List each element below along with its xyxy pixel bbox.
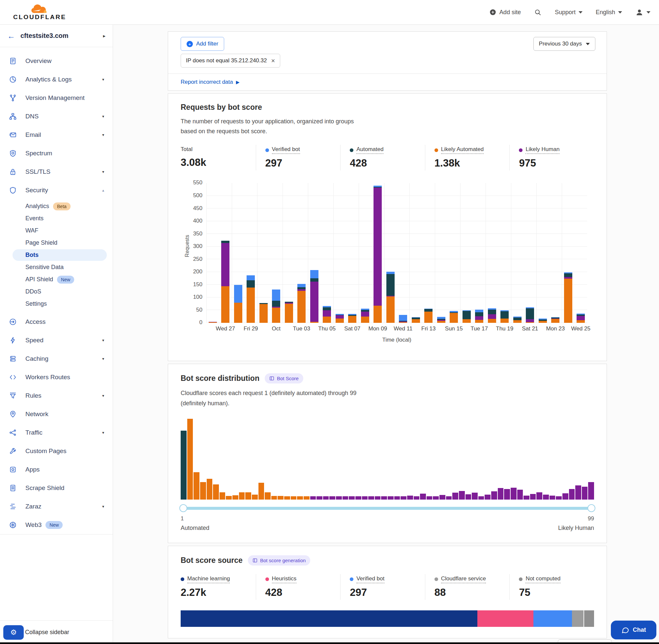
overview-icon bbox=[9, 58, 17, 65]
sidebar-item-security[interactable]: Security▴ bbox=[0, 181, 113, 200]
bar-group-24[interactable] bbox=[498, 183, 511, 323]
chevron-right-icon[interactable]: ▸ bbox=[103, 33, 105, 39]
bar-group-12[interactable] bbox=[346, 183, 359, 323]
sidebar-item-analytics[interactable]: AnalyticsBeta bbox=[0, 200, 113, 212]
stat-label[interactable]: Likely Automated bbox=[434, 146, 484, 154]
sidebar-item-access[interactable]: Access bbox=[0, 313, 113, 331]
stat-label[interactable]: Automated bbox=[350, 146, 383, 154]
collapse-sidebar-button[interactable]: Collapse sidebar bbox=[25, 629, 69, 636]
sidebar-item-ssl-tls[interactable]: SSL/TLS▾ bbox=[0, 163, 113, 181]
sidebar-item-zaraz[interactable]: Zaraz▾ bbox=[0, 497, 113, 516]
sidebar-item-sensitive-data[interactable]: Sensitive Data bbox=[0, 261, 113, 273]
sidebar-item-workers-routes[interactable]: Workers Routes bbox=[0, 368, 113, 387]
histogram-bar-likely-human bbox=[368, 496, 374, 500]
bar-segment-likely-automated bbox=[336, 319, 344, 323]
network-icon bbox=[9, 411, 17, 418]
bar-group-11[interactable] bbox=[333, 183, 346, 323]
slider-track[interactable] bbox=[181, 507, 594, 510]
stat-label[interactable]: Heuristics bbox=[265, 575, 297, 583]
bar-group-4[interactable] bbox=[244, 183, 257, 323]
add-site-button[interactable]: Add site bbox=[489, 8, 521, 16]
bar-group-6[interactable] bbox=[270, 183, 283, 323]
bar-group-30[interactable] bbox=[574, 183, 587, 323]
sidebar-item-dns[interactable]: DNS▾ bbox=[0, 107, 113, 125]
bar-group-21[interactable] bbox=[460, 183, 473, 323]
bar-group-8[interactable] bbox=[296, 183, 308, 323]
report-incorrect-data-link[interactable]: Report incorrect data ▶ bbox=[168, 73, 607, 90]
bar-group-10[interactable] bbox=[321, 183, 334, 323]
histogram-bar-likely-automated bbox=[219, 492, 226, 500]
sidebar-item-email[interactable]: Email▾ bbox=[0, 125, 113, 144]
bar-group-23[interactable] bbox=[486, 183, 498, 323]
stat-label[interactable]: Not computed bbox=[519, 575, 560, 583]
support-menu[interactable]: Support bbox=[555, 9, 583, 16]
search-button[interactable] bbox=[534, 8, 542, 16]
sidebar-item-settings[interactable]: Settings bbox=[0, 298, 113, 310]
sidebar-item-rules[interactable]: Rules▾ bbox=[0, 387, 113, 405]
sidebar-item-label: Settings bbox=[25, 300, 47, 307]
sidebar-item-bots[interactable]: Bots bbox=[0, 249, 113, 261]
close-icon[interactable]: × bbox=[271, 58, 275, 64]
x-tick: Wed 27 bbox=[213, 325, 238, 332]
bar-group-26[interactable] bbox=[524, 183, 537, 323]
stat-label[interactable]: Cloudflare service bbox=[434, 575, 486, 583]
back-arrow-icon[interactable]: ← bbox=[7, 31, 15, 41]
date-range-dropdown[interactable]: Previous 30 days bbox=[534, 37, 595, 51]
bar-group-14[interactable] bbox=[372, 183, 384, 323]
bar-group-18[interactable] bbox=[422, 183, 435, 323]
bar-group-19[interactable] bbox=[435, 183, 448, 323]
histogram-bar-likely-human bbox=[401, 496, 406, 500]
sidebar-item-custom-pages[interactable]: Custom Pages bbox=[0, 442, 113, 460]
stat-label[interactable]: Machine learning bbox=[181, 575, 230, 583]
bot-score-generation-badge[interactable]: Bot score generation bbox=[248, 555, 310, 566]
stat-label[interactable]: Verified bot bbox=[350, 575, 384, 583]
section-description: Cloudflare scores each request 1 (defini… bbox=[181, 388, 369, 408]
bar-group-17[interactable] bbox=[409, 183, 422, 323]
cloudflare-logo[interactable]: CLOUDFLARE bbox=[13, 4, 66, 21]
sidebar-item-network[interactable]: Network bbox=[0, 405, 113, 423]
chat-button[interactable]: Chat bbox=[611, 621, 656, 639]
sidebar-item-events[interactable]: Events bbox=[0, 212, 113, 225]
language-menu[interactable]: English bbox=[596, 9, 622, 16]
sidebar-item-web3[interactable]: Web3New bbox=[0, 516, 113, 534]
slider-handle-min[interactable] bbox=[179, 504, 187, 512]
sidebar-item-scrape-shield[interactable]: Scrape Shield bbox=[0, 479, 113, 497]
bar-segment-likely-human bbox=[475, 316, 483, 320]
bar-group-2[interactable] bbox=[219, 183, 232, 323]
bar-group-1[interactable] bbox=[206, 183, 219, 323]
bar-group-16[interactable] bbox=[397, 183, 410, 323]
stat-label[interactable]: Verified bot bbox=[265, 146, 300, 154]
bar-group-7[interactable] bbox=[283, 183, 296, 323]
sidebar-item-api-shield[interactable]: API ShieldNew bbox=[0, 273, 113, 285]
sidebar-item-overview[interactable]: Overview bbox=[0, 52, 113, 70]
stat-label[interactable]: Total bbox=[181, 146, 192, 153]
stat-label[interactable]: Likely Human bbox=[519, 146, 560, 154]
sidebar-item-speed[interactable]: Speed▾ bbox=[0, 331, 113, 349]
slider-handle-max[interactable] bbox=[587, 504, 595, 512]
bar-group-3[interactable] bbox=[232, 183, 244, 323]
bar-group-13[interactable] bbox=[359, 183, 372, 323]
bar-group-27[interactable] bbox=[536, 183, 549, 323]
bar-group-5[interactable] bbox=[257, 183, 270, 323]
filter-chip[interactable]: IP does not equal 35.212.240.32 × bbox=[181, 54, 280, 68]
bar-group-25[interactable] bbox=[511, 183, 524, 323]
sidebar-item-waf[interactable]: WAF bbox=[0, 225, 113, 237]
bot-score-doc-badge[interactable]: Bot Score bbox=[265, 373, 303, 384]
account-menu[interactable] bbox=[635, 8, 651, 17]
settings-gear-button[interactable]: ⚙ bbox=[3, 625, 24, 640]
sidebar-item-ddos[interactable]: DDoS bbox=[0, 285, 113, 298]
sidebar-item-traffic[interactable]: Traffic▾ bbox=[0, 423, 113, 442]
bar-group-22[interactable] bbox=[473, 183, 486, 323]
sidebar-item-caching[interactable]: Caching▾ bbox=[0, 349, 113, 368]
sidebar-item-analytics-logs[interactable]: Analytics & Logs▾ bbox=[0, 70, 113, 89]
bar-group-28[interactable] bbox=[549, 183, 562, 323]
bar-group-15[interactable] bbox=[384, 183, 397, 323]
add-filter-button[interactable]: + Add filter bbox=[181, 37, 224, 51]
bar-group-29[interactable] bbox=[562, 183, 574, 323]
sidebar-item-spectrum[interactable]: Spectrum bbox=[0, 144, 113, 163]
sidebar-item-apps[interactable]: Apps bbox=[0, 460, 113, 479]
sidebar-item-page-shield[interactable]: Page Shield bbox=[0, 237, 113, 249]
bar-group-20[interactable] bbox=[448, 183, 461, 323]
sidebar-item-version-management[interactable]: Version Management bbox=[0, 89, 113, 107]
bar-group-9[interactable] bbox=[308, 183, 321, 323]
